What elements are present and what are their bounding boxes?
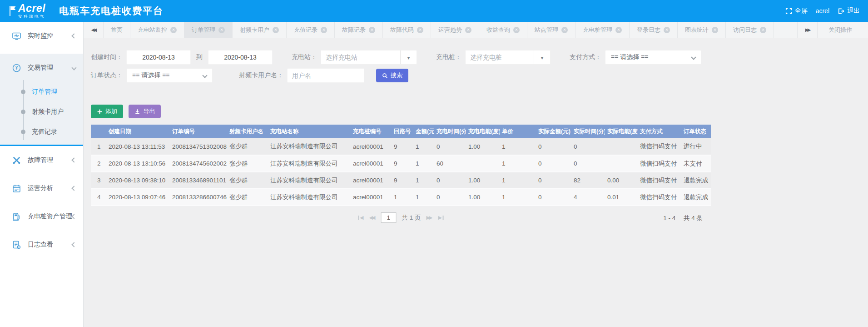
column-header[interactable]: 订单编号: [170, 125, 227, 138]
tab[interactable]: 订单管理: [184, 22, 233, 38]
date-to-input[interactable]: [208, 50, 273, 65]
logout-icon: [838, 8, 844, 15]
column-header[interactable]: [91, 125, 106, 138]
pay-method-select[interactable]: == 请选择 ==: [605, 50, 701, 65]
tabs-scroll-left-button[interactable]: ◀◀: [84, 22, 104, 38]
tab-close-icon[interactable]: [760, 27, 766, 33]
sidebar-item[interactable]: 日志查看: [0, 231, 83, 259]
tab-close-icon[interactable]: [170, 27, 177, 33]
logout-button[interactable]: 退出: [838, 7, 860, 15]
column-header[interactable]: 回路号: [392, 125, 413, 138]
tab[interactable]: 充电桩管理: [575, 22, 630, 38]
sidebar-item-label: 故障管理: [28, 156, 72, 164]
station-dropdown-button[interactable]: [400, 50, 417, 64]
first-page-button[interactable]: ◀: [358, 215, 363, 221]
tab[interactable]: 故障记录: [335, 22, 383, 38]
sidebar-item[interactable]: ¥交易管理: [0, 54, 83, 82]
station-input[interactable]: [321, 50, 400, 64]
column-header[interactable]: 充电电能(度): [466, 125, 500, 138]
tab[interactable]: 充电站监控: [130, 22, 184, 38]
tab[interactable]: 首页: [104, 22, 130, 38]
username[interactable]: acrel: [816, 7, 829, 15]
tab-close-icon[interactable]: [615, 27, 622, 33]
tab-label: 运营趋势: [438, 26, 462, 34]
table-cell: 0: [571, 138, 605, 155]
table-row[interactable]: 12020-08-13 13:11:532008134751302008张少群江…: [91, 138, 711, 155]
bullet-icon: [21, 110, 25, 114]
table-row[interactable]: 22020-08-13 13:10:562008134745602002张少群江…: [91, 155, 711, 172]
table-row[interactable]: 42020-08-13 09:07:462008133286600746张少群江…: [91, 189, 711, 206]
column-header[interactable]: 创建日期: [106, 125, 170, 138]
column-header[interactable]: 充电站名称: [268, 125, 351, 138]
tab-close-icon[interactable]: [218, 27, 225, 33]
pile-input[interactable]: [466, 50, 534, 64]
order-status-select[interactable]: == 请选择 ==: [126, 68, 213, 83]
column-header[interactable]: 金额(元: [413, 125, 434, 138]
table-cell: acrel00001: [351, 155, 392, 172]
card-user-input[interactable]: [287, 68, 364, 83]
column-header[interactable]: 支付方式: [638, 125, 681, 138]
date-from-input[interactable]: [126, 50, 191, 65]
tab-label: 充值记录: [294, 26, 317, 34]
next-page-button[interactable]: ▶▶: [427, 215, 433, 221]
column-header[interactable]: 实际金额(元): [536, 125, 571, 138]
sidebar-subitem-label: 订单管理: [32, 88, 57, 96]
sidebar-subitem[interactable]: 射频卡用户: [0, 102, 83, 122]
tab-label: 订单管理: [192, 26, 215, 34]
tab[interactable]: 运营趋势: [431, 22, 479, 38]
chevron-down-icon: [71, 65, 76, 70]
sidebar-item[interactable]: 充电桩资产管理: [0, 202, 83, 231]
column-header[interactable]: 实际时间(分): [571, 125, 605, 138]
tab[interactable]: 站点管理: [527, 22, 575, 38]
sidebar-item-label: 交易管理: [28, 64, 72, 72]
search-icon: [382, 73, 388, 79]
tab-close-icon[interactable]: [712, 27, 718, 33]
sidebar-item[interactable]: 运营分析: [0, 174, 83, 202]
table-cell: 2008133468901101: [170, 172, 227, 189]
tab-close-icon[interactable]: [465, 27, 471, 33]
column-header[interactable]: 充电桩编号: [351, 125, 392, 138]
table-cell: 60: [434, 155, 466, 172]
record-total: 共 4 条: [684, 215, 703, 221]
sidebar-subitem[interactable]: 订单管理: [0, 82, 83, 102]
tab[interactable]: 充值记录: [287, 22, 335, 38]
column-header[interactable]: 实际电能(度): [605, 125, 638, 138]
column-header[interactable]: 单价: [500, 125, 536, 138]
table-cell: [605, 155, 638, 172]
table-cell: 2020-08-13 09:07:46: [106, 189, 170, 206]
tab-close-icon[interactable]: [664, 27, 670, 33]
tab-close-icon[interactable]: [513, 27, 520, 33]
close-operations-menu[interactable]: 关闭操作: [817, 22, 868, 38]
tab-close-icon[interactable]: [321, 27, 327, 33]
table-row[interactable]: 32020-08-13 09:38:102008133468901101张少群江…: [91, 172, 711, 189]
last-page-button[interactable]: ▶: [438, 215, 443, 221]
tab[interactable]: 图表统计: [678, 22, 726, 38]
tabs-scroll-right-button[interactable]: ▶▶: [797, 22, 817, 38]
tab-close-icon[interactable]: [417, 27, 423, 33]
tab[interactable]: 登录日志: [630, 22, 678, 38]
sidebar-subitem[interactable]: 充值记录: [0, 122, 83, 142]
tab-close-icon[interactable]: [561, 27, 568, 33]
column-header[interactable]: 充电时间(分): [434, 125, 466, 138]
tab[interactable]: 射频卡用户: [233, 22, 287, 38]
column-header[interactable]: 订单状态: [681, 125, 711, 138]
tab-close-icon[interactable]: [273, 27, 279, 33]
add-button[interactable]: 添加: [91, 105, 123, 118]
tab[interactable]: 故障代码: [383, 22, 431, 38]
search-button[interactable]: 搜索: [376, 69, 408, 82]
tab[interactable]: 收益查询: [479, 22, 527, 38]
sidebar-item[interactable]: 实时监控: [0, 22, 83, 50]
tab-close-icon[interactable]: [369, 27, 375, 33]
prev-page-button[interactable]: ◀◀: [369, 215, 376, 221]
sidebar-item[interactable]: 故障管理: [0, 146, 83, 174]
page-number-input[interactable]: [381, 212, 396, 223]
sidebar-subitem-label: 充值记录: [32, 128, 57, 136]
tab-label: 登录日志: [637, 26, 660, 34]
column-header[interactable]: 射频卡用户名: [227, 125, 268, 138]
fullscreen-button[interactable]: 全屏: [785, 7, 808, 15]
pile-dropdown-button[interactable]: [534, 50, 550, 64]
tab[interactable]: 访问日志: [726, 22, 774, 38]
card-user-label: 射频卡用户名：: [239, 71, 283, 80]
table-cell: 微信扫码支付: [638, 138, 681, 155]
export-button[interactable]: 导出: [129, 105, 161, 118]
